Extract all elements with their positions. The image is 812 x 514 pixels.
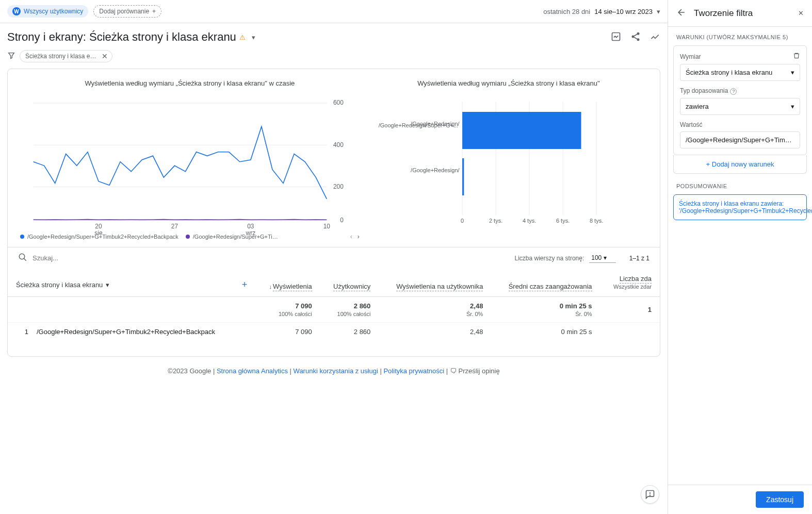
value-label: Wartość: [680, 121, 703, 128]
date-value: 14 sie–10 wrz 2023: [594, 8, 653, 15]
filter-chip-label: Ścieżka strony i klasa ekran...: [25, 53, 98, 60]
close-icon[interactable]: ✕: [798, 9, 804, 17]
chevron-down-icon: ▾: [657, 8, 660, 15]
filter-panel: Tworzenie filtra ✕ WARUNKI (UTWÓRZ MAKSY…: [668, 0, 812, 514]
feedback-fab[interactable]: [641, 485, 659, 504]
line-chart-title: Wyświetlenia według wymiaru „Ścieżka str…: [20, 79, 360, 87]
filter-row: Ścieżka strony i klasa ekran... ✕: [0, 48, 668, 69]
svg-point-1: [637, 32, 640, 35]
apply-button[interactable]: Zastosuj: [756, 491, 804, 508]
page-title: Strony i ekrany: Ścieżka strony i klasa …: [7, 30, 236, 44]
warning-icon[interactable]: ⚠: [239, 34, 246, 41]
table-controls: Liczba wierszy na stronę: 100 ▾ 1–1 z 1: [8, 247, 660, 269]
footer: ©2023 Google | Strona główna Analytics |…: [7, 357, 660, 385]
summary-box: Ścieżka strony i klasa ekranu zawiera: '…: [673, 194, 807, 220]
svg-point-31: [19, 254, 25, 259]
legend-prev-icon[interactable]: ‹: [350, 233, 352, 240]
chevron-down-icon: ▾: [791, 103, 794, 110]
chevron-down-icon: ▾: [791, 69, 794, 76]
rows-per-page-select[interactable]: 100 ▾: [589, 253, 615, 263]
line-chart-legend: /Google+Redesign/Super+G+Timbuk2+Recycle…: [20, 234, 360, 240]
svg-text:10: 10: [323, 223, 331, 230]
sort-arrow-icon: ↓: [269, 284, 272, 290]
add-condition-button[interactable]: + Dodaj nowy warunek: [673, 155, 807, 174]
svg-text:0: 0: [340, 217, 344, 224]
summary-section-title: PODSUMOWANIE: [673, 183, 807, 189]
match-type-select[interactable]: zawiera ▾: [680, 98, 800, 115]
delete-condition-icon[interactable]: [793, 52, 800, 61]
search-icon: [18, 253, 27, 263]
insights-icon[interactable]: [650, 31, 660, 43]
report-card: Wyświetlenia według wymiaru „Ścieżka str…: [7, 69, 660, 357]
legend-next-icon[interactable]: ›: [358, 233, 360, 240]
title-actions: [611, 31, 660, 43]
svg-text:600: 600: [333, 99, 344, 106]
users-icon: W: [12, 7, 21, 15]
col-users[interactable]: Użytkownicy: [320, 269, 379, 297]
filter-icon[interactable]: [7, 52, 15, 61]
chevron-down-icon: ▾: [106, 281, 109, 289]
svg-text:2 tys.: 2 tys.: [489, 218, 502, 224]
col-views[interactable]: ↓Wyświetlenia: [255, 269, 320, 297]
dimension-label: Wymiar: [680, 53, 701, 60]
svg-rect-24: [462, 158, 464, 195]
svg-rect-23: [462, 112, 581, 149]
bar-chart: /Google+Redesign/Super+G+... /Google+Red…: [370, 96, 647, 230]
legend-item[interactable]: /Google+Redesign/Super+G+Timbuk2+Recycle…: [20, 234, 178, 240]
date-prefix: ostatnich 28 dni: [543, 8, 590, 15]
svg-text:27: 27: [171, 223, 178, 230]
help-icon[interactable]: ?: [730, 88, 737, 95]
add-comparison-chip[interactable]: Dodaj porównanie +: [93, 5, 161, 18]
line-chart: 600 400 200 0 20sie2703wrz10: [20, 96, 360, 230]
value-input[interactable]: /Google+Redesign/Super+G+Timbuk2+Recycle…: [680, 131, 800, 148]
share-icon[interactable]: [630, 31, 641, 43]
svg-text:8 tys.: 8 tys.: [590, 218, 603, 224]
svg-point-2: [632, 35, 635, 38]
svg-text:400: 400: [333, 141, 344, 148]
legend-dot-icon: [186, 235, 190, 239]
customize-report-icon[interactable]: [611, 31, 621, 43]
back-icon[interactable]: [676, 7, 687, 19]
legend-dot-icon: [20, 235, 24, 239]
add-dimension-button[interactable]: +: [242, 279, 248, 290]
svg-point-3: [637, 38, 640, 41]
all-users-chip[interactable]: W Wszyscy użytkownicy: [7, 5, 88, 18]
legend-item[interactable]: /Google+Redesign/Super+G+Timbuk2+Recy...: [186, 234, 279, 240]
col-views-per-user[interactable]: Wyświetlenia na użytkownika: [379, 269, 491, 297]
footer-link-home[interactable]: Strona główna Analytics: [217, 367, 288, 375]
match-type-label: Typ dopasowania: [680, 87, 728, 94]
date-range-picker[interactable]: ostatnich 28 dni 14 sie–10 wrz 2023 ▾: [543, 8, 660, 15]
filter-chip-close-icon[interactable]: ✕: [102, 52, 108, 60]
svg-text:200: 200: [333, 183, 344, 190]
footer-feedback[interactable]: Prześlij opinię: [458, 367, 499, 375]
svg-text:20: 20: [95, 223, 102, 230]
col-avg-engagement[interactable]: Średni czas zaangażowania: [491, 269, 600, 297]
footer-link-terms[interactable]: Warunki korzystania z usługi: [294, 367, 378, 375]
svg-text:4 tys.: 4 tys.: [523, 218, 536, 224]
dimension-select[interactable]: Ścieżka strony i klasa ekranu ▾: [16, 281, 109, 289]
svg-text:03: 03: [247, 223, 254, 230]
plus-icon: +: [706, 160, 712, 168]
add-comparison-label: Dodaj porównanie: [99, 8, 149, 15]
data-table: Ścieżka strony i klasa ekranu ▾ + ↓Wyświ…: [8, 269, 660, 341]
footer-link-privacy[interactable]: Polityka prywatności: [383, 367, 444, 375]
title-dropdown-icon[interactable]: ▾: [249, 34, 258, 41]
svg-point-33: [650, 495, 651, 495]
feedback-icon: 🗨: [450, 367, 457, 375]
rows-per-page-label: Liczba wierszy na stronę:: [515, 255, 584, 262]
pagination-label: 1–1 z 1: [629, 255, 649, 262]
dimension-select[interactable]: Ścieżka strony i klasa ekranu ▾: [680, 64, 800, 81]
table-row[interactable]: 1/Google+Redesign/Super+G+Timbuk2+Recycl…: [8, 323, 660, 341]
svg-text:0: 0: [461, 218, 464, 224]
col-events[interactable]: Liczba zdaWszystkie zdar: [600, 269, 660, 297]
search-input[interactable]: [33, 254, 510, 262]
topbar: W Wszyscy użytkownicy Dodaj porównanie +…: [0, 0, 668, 23]
plus-icon: +: [152, 8, 156, 15]
legend-label: /Google+Redesign/Super+G+Timbuk2+Recycle…: [27, 234, 178, 240]
panel-title: Tworzenie filtra: [694, 8, 791, 19]
title-row: Strony i ekrany: Ścieżka strony i klasa …: [0, 23, 668, 48]
bar-chart-title: Wyświetlenia według wymiaru „Ścieżka str…: [370, 79, 647, 87]
legend-label: /Google+Redesign/Super+G+Timbuk2+Recy...: [193, 234, 279, 240]
all-users-label: Wszyscy użytkownicy: [24, 8, 83, 15]
active-filter-chip[interactable]: Ścieżka strony i klasa ekran... ✕: [20, 50, 112, 62]
